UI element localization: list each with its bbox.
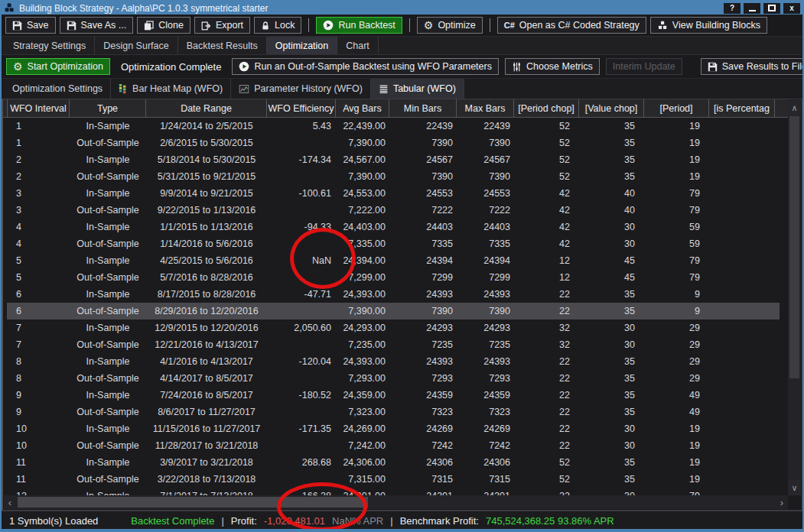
subtab-parameter-history-wfo[interactable]: Parameter History (WFO) xyxy=(231,79,371,99)
horizontal-scrollbar[interactable]: ‹ › xyxy=(4,495,788,509)
vertical-scrollbar[interactable]: ∧ ∨ xyxy=(788,100,801,495)
table-row[interactable]: 11Out-of-Sample3/22/2018 to 7/13/20187,3… xyxy=(7,471,780,488)
table-cell: 12/21/2016 to 4/13/2017 xyxy=(146,336,267,353)
save-as-button[interactable]: Save As ... xyxy=(60,17,134,34)
column-header-period[interactable]: [Period] xyxy=(644,99,709,117)
button-label: Save As ... xyxy=(81,20,127,31)
table-row[interactable]: 2Out-of-Sample5/31/2015 to 9/21/20157,39… xyxy=(7,168,780,185)
table-row[interactable]: 5Out-of-Sample5/7/2016 to 8/28/20167,299… xyxy=(7,269,780,286)
choose-metrics-button[interactable]: Choose Metrics xyxy=(505,58,600,75)
table-cell: 22 xyxy=(514,404,579,420)
scroll-left-icon[interactable]: ‹ xyxy=(4,495,16,509)
column-header-wfo-efficiency[interactable]: WFO Efficiency xyxy=(267,99,336,117)
close-button[interactable]: x xyxy=(783,3,800,14)
horizontal-scroll-thumb[interactable] xyxy=(18,497,368,508)
table-row[interactable]: 5In-Sample4/25/2015 to 5/6/2016NaN24,394… xyxy=(7,252,780,269)
tab-strategy-settings[interactable]: Strategy Settings xyxy=(5,37,95,54)
optimize-button[interactable]: ⚙Optimize xyxy=(417,17,483,34)
table-row[interactable]: 9Out-of-Sample8/6/2017 to 11/27/20177,32… xyxy=(7,404,780,420)
open-as-c-coded-strategy-button[interactable]: C#Open as C# Coded Strategy xyxy=(497,17,646,34)
vertical-scroll-thumb[interactable] xyxy=(789,116,799,378)
start-optimization-button[interactable]: ⚙ Start Optimization xyxy=(6,58,110,75)
table-cell: 30 xyxy=(579,235,644,252)
table-row[interactable]: 10In-Sample11/15/2016 to 11/27/2017-171.… xyxy=(7,420,780,437)
tab-optimization[interactable]: Optimization xyxy=(267,37,337,54)
export-button[interactable]: Export xyxy=(194,17,250,34)
view-building-blocks-button[interactable]: View Building Blocks xyxy=(650,17,767,34)
table-row[interactable]: 9In-Sample7/24/2016 to 8/5/2017-180.5224… xyxy=(7,387,780,404)
column-header-period-chop[interactable]: [Period chop] xyxy=(514,99,579,117)
table-cell: 24,393.00 xyxy=(336,286,389,303)
table-cell: 7,390.00 xyxy=(336,303,389,320)
vertical-scroll-track[interactable] xyxy=(788,115,801,480)
table-row[interactable]: 10Out-of-Sample11/28/2017 to 3/21/20187,… xyxy=(7,437,780,454)
floppy-icon xyxy=(708,62,718,72)
column-header-wfo-interval[interactable]: WFO Interval xyxy=(7,99,70,117)
column-header-type[interactable]: Type xyxy=(70,99,146,117)
table-row[interactable]: 8Out-of-Sample4/14/2017 to 8/5/20177,293… xyxy=(7,370,780,387)
scroll-down-icon[interactable]: ∨ xyxy=(788,480,801,495)
save-button[interactable]: Save xyxy=(5,17,56,34)
table-row[interactable]: 6In-Sample8/17/2015 to 8/28/2016-47.7124… xyxy=(7,286,780,303)
column-header-is-percentag[interactable]: [is Percentag xyxy=(709,99,775,117)
tab-chart[interactable]: Chart xyxy=(337,37,379,54)
clone-button[interactable]: Clone xyxy=(137,17,190,34)
table-cell: 24393 xyxy=(457,353,514,370)
toolbar-separator xyxy=(490,18,490,32)
table-cell: 7,222.00 xyxy=(336,202,389,219)
table-cell: 1/14/2016 to 5/6/2016 xyxy=(146,235,267,252)
table-cell xyxy=(267,168,336,185)
lock-button[interactable]: Lock xyxy=(254,17,301,34)
scroll-up-icon[interactable]: ∧ xyxy=(788,100,801,115)
table-cell: 22 xyxy=(514,353,579,370)
scroll-right-icon[interactable]: › xyxy=(776,495,788,509)
table-row[interactable]: 4In-Sample1/1/2015 to 1/13/2016-94.3324,… xyxy=(7,219,780,235)
table-cell: 10 xyxy=(7,420,70,437)
table-cell: In-Sample xyxy=(70,185,146,202)
window-title: Building Block Strategy - Aalpha\PC 1.0.… xyxy=(19,3,724,14)
table-cell: 7293 xyxy=(389,370,457,387)
minimize-button[interactable] xyxy=(744,3,760,14)
help-button[interactable]: ? xyxy=(724,3,741,14)
tab-backtest-results[interactable]: Backtest Results xyxy=(178,37,267,54)
horizontal-scroll-track[interactable] xyxy=(16,495,776,509)
run-backtest-button[interactable]: Run Backtest xyxy=(316,17,402,34)
table-row[interactable]: 2In-Sample5/18/2014 to 5/30/2015-174.342… xyxy=(7,151,780,168)
subtab-bar-heat-map-wfo[interactable]: Bar Heat Map (WFO) xyxy=(111,79,231,99)
table-cell: 45 xyxy=(579,269,644,286)
table-row[interactable]: 7Out-of-Sample12/21/2016 to 4/13/20177,2… xyxy=(7,336,780,353)
column-header-avg-bars[interactable]: Avg Bars xyxy=(336,99,389,117)
table-row[interactable]: 1Out-of-Sample2/6/2015 to 5/30/20157,390… xyxy=(7,135,780,151)
maximize-button[interactable] xyxy=(763,3,780,14)
table-row[interactable]: 6Out-of-Sample8/29/2016 to 12/20/20167,3… xyxy=(7,303,780,320)
subtab-tabular-wfo[interactable]: Tabular (WFO) xyxy=(371,79,464,99)
tab-design-surface[interactable]: Design Surface xyxy=(95,37,177,54)
column-header-date-range[interactable]: Date Range xyxy=(146,99,267,117)
table-cell: 4/14/2017 to 8/5/2017 xyxy=(146,370,267,387)
button-label: Save Results to File xyxy=(722,61,804,72)
titlebar[interactable]: Building Block Strategy - Aalpha\PC 1.0.… xyxy=(2,2,802,15)
table-row[interactable]: 3Out-of-Sample9/22/2015 to 1/13/20167,22… xyxy=(7,202,780,219)
table-cell: 24,293.00 xyxy=(336,320,389,336)
save-results-button[interactable]: Save Results to File xyxy=(701,58,804,75)
table-row[interactable]: 7In-Sample12/9/2015 to 12/20/20162,050.6… xyxy=(7,320,780,336)
table-cell: 24,269.00 xyxy=(336,420,389,437)
table-row[interactable]: 4Out-of-Sample1/14/2016 to 5/6/20167,335… xyxy=(7,235,780,252)
table-cell: Out-of-Sample xyxy=(70,168,146,185)
column-header-min-bars[interactable]: Min Bars xyxy=(389,99,457,117)
table-row[interactable]: 3In-Sample9/9/2014 to 9/21/2015-100.6124… xyxy=(7,185,780,202)
table-cell: 49 xyxy=(644,404,709,420)
table-row[interactable]: 11In-Sample3/9/2017 to 3/21/2018268.6824… xyxy=(7,454,780,471)
table-row[interactable]: 1In-Sample1/24/2014 to 2/5/20155.4322,43… xyxy=(7,118,780,135)
column-header-value-chop[interactable]: [Value chop] xyxy=(579,99,644,117)
table-row[interactable]: 8In-Sample4/1/2016 to 4/13/2017-120.0424… xyxy=(7,353,780,370)
table-cell: 24306 xyxy=(457,454,514,471)
subtab-optimization-settings[interactable]: Optimization Settings xyxy=(5,79,111,99)
button-label: Clone xyxy=(158,20,184,31)
table-cell xyxy=(709,404,775,420)
table-cell: 11/15/2016 to 11/27/2017 xyxy=(146,420,267,437)
table-cell: In-Sample xyxy=(70,454,146,471)
table-cell: 24393 xyxy=(389,353,457,370)
run-oos-backtest-button[interactable]: Run an Out-of-Sample Backtest using WFO … xyxy=(232,58,499,75)
column-header-max-bars[interactable]: Max Bars xyxy=(457,99,514,117)
